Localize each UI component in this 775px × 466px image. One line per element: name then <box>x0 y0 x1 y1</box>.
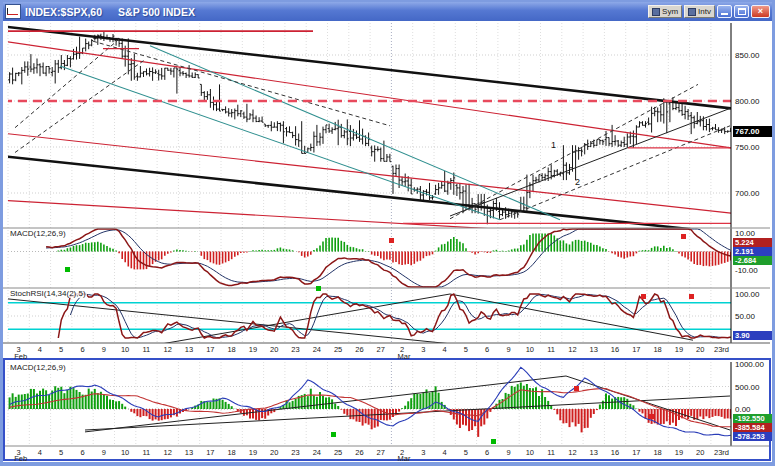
date-axis-label: 9 <box>506 448 510 457</box>
date-axis-label: 20 <box>270 345 278 354</box>
date-axis-label: 11 <box>547 345 555 354</box>
date-axis-label: 3 <box>421 448 425 457</box>
date-axis-label: 6 <box>80 448 84 457</box>
symbol-button[interactable]: Sym <box>648 5 682 18</box>
date-axis-label: 10 <box>526 448 534 457</box>
date-axis-label: 23rd <box>714 448 729 457</box>
date-axis-label: 6 <box>485 448 489 457</box>
stochrsi-panel-series <box>3 294 731 345</box>
month-axis-label: Feb <box>14 454 27 462</box>
symbol-button-icon <box>652 8 660 16</box>
signal-marker <box>649 414 654 419</box>
signal-marker <box>491 439 496 444</box>
date-axis-label: 20 <box>696 345 704 354</box>
date-axis-label: 25 <box>334 448 342 457</box>
date-axis-label: 4 <box>443 448 447 457</box>
date-axis-label: 20 <box>696 448 704 457</box>
lower-macd-panel-label: MACD(12,26,9) <box>9 363 67 372</box>
date-axis-label: 18 <box>653 345 661 354</box>
signal-marker <box>389 238 394 243</box>
minimize-button[interactable] <box>717 5 732 18</box>
maximize-icon <box>738 8 746 15</box>
signal-marker <box>681 234 686 239</box>
lower-macd-axis-tick: 500.00 <box>735 383 759 392</box>
date-axis-label: 23rd <box>714 345 729 354</box>
macd-axis-tick: 10.00 <box>735 229 755 238</box>
date-axis-label: 5 <box>464 448 468 457</box>
interval-button[interactable]: Intv <box>684 5 715 18</box>
interval-button-icon <box>688 8 696 16</box>
minimize-icon <box>721 13 728 15</box>
date-axis-label: 23 <box>291 448 299 457</box>
signal-marker <box>689 294 694 299</box>
date-axis-label: 27 <box>377 345 385 354</box>
date-axis-label: 19 <box>249 448 257 457</box>
date-axis-label: 4 <box>38 448 42 457</box>
lower-macd-value-box: -192.550 <box>733 414 772 423</box>
date-axis-label: 11 <box>547 448 555 457</box>
date-axis-label: 10 <box>121 448 129 457</box>
date-axis-label: 5 <box>59 345 63 354</box>
price-axis-tick: 700.00 <box>735 189 759 198</box>
price-trendlines <box>3 27 731 243</box>
macd-axis-tick: -10.00 <box>735 266 758 275</box>
signal-marker <box>316 286 321 291</box>
date-axis-label: 12 <box>568 448 576 457</box>
title-bar[interactable]: INDEX:$SPX,60S&P 500 INDEX Sym Intv × <box>3 2 772 21</box>
month-axis-label: Feb <box>14 352 27 361</box>
signal-marker <box>331 432 336 437</box>
date-axis-label: 19 <box>675 448 683 457</box>
price-axis-tick: 800.00 <box>735 97 759 106</box>
date-axis-label: 13 <box>590 345 598 354</box>
close-button[interactable]: × <box>751 5 770 18</box>
chart-window: INDEX:$SPX,60S&P 500 INDEX Sym Intv × MA… <box>0 0 775 466</box>
chart-icon <box>5 4 21 19</box>
lower-macd-axis-tick: 0.00 <box>735 405 751 414</box>
date-axis-label: 5 <box>464 345 468 354</box>
interval-button-label: Intv <box>698 6 711 17</box>
date-axis-label: 13 <box>590 448 598 457</box>
date-axis-label: 4 <box>443 345 447 354</box>
date-axis-label: 12 <box>568 345 576 354</box>
date-axis-label: 24 <box>313 448 321 457</box>
stochrsi-axis-tick: 100.00 <box>735 290 759 299</box>
wave-count-label: 2 <box>575 177 580 187</box>
selected-pane-outline[interactable] <box>3 358 771 461</box>
date-axis-label: 6 <box>485 345 489 354</box>
date-axis-label: 17 <box>632 345 640 354</box>
date-axis-label: 26 <box>355 448 363 457</box>
date-axis-label: 5 <box>59 448 63 457</box>
date-axis-label: 20 <box>270 448 278 457</box>
last-price-box: 767.00 <box>733 126 772 137</box>
maximize-button[interactable] <box>734 5 749 18</box>
date-axis-label: 12 <box>164 448 172 457</box>
date-axis-label: 27 <box>377 448 385 457</box>
date-axis-label: 3 <box>421 345 425 354</box>
price-axis-tick: 850.00 <box>735 51 759 60</box>
date-axis-label: 19 <box>675 345 683 354</box>
wave-count-label: 1 <box>551 140 556 150</box>
signal-marker <box>574 386 579 391</box>
macd-value-box: 2.191 <box>733 247 772 256</box>
date-axis-label: 13 <box>185 448 193 457</box>
stochrsi-panel-label: StochRSI(14,34(2),5) <box>9 289 87 298</box>
macd-value-box: -2.684 <box>733 256 772 265</box>
symbol-button-label: Sym <box>662 6 678 17</box>
signal-marker <box>641 294 646 299</box>
date-axis-label: 19 <box>249 345 257 354</box>
title-symbol: INDEX:$SPX,60 <box>25 6 102 18</box>
date-axis-label: 18 <box>227 448 235 457</box>
month-axis-label: Mar <box>398 352 411 361</box>
titlebar-buttons: Sym Intv × <box>648 5 770 18</box>
month-axis-label: Mar <box>398 454 411 462</box>
close-icon: × <box>758 6 763 16</box>
date-axis-label: 11 <box>142 448 150 457</box>
date-axis-label: 9 <box>102 448 106 457</box>
date-axis-label: 4 <box>38 345 42 354</box>
lower-macd-axis-tick: 1000.00 <box>735 360 764 369</box>
date-axis-label: 9 <box>102 345 106 354</box>
stochrsi-value-box: 3.90 <box>733 331 772 340</box>
date-axis-label: 18 <box>653 448 661 457</box>
date-axis-label: 17 <box>206 448 214 457</box>
title-name: S&P 500 INDEX <box>118 6 195 18</box>
